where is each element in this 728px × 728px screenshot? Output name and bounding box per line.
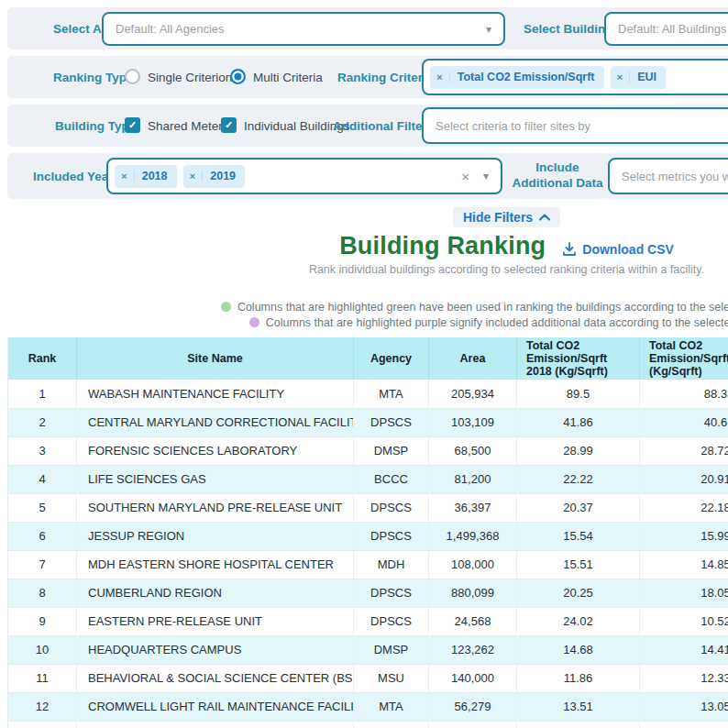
select-agency-placeholder: Default: All Agencies: [116, 22, 225, 36]
table-cell: 68,500: [429, 436, 517, 465]
radio-multi-criteria[interactable]: [230, 69, 246, 84]
table-cell: 28.99: [517, 436, 640, 465]
filter-row-agency-building: Select Agency Default: All Agencies ▾ Se…: [7, 7, 728, 50]
hide-filters-button[interactable]: Hide Filters: [453, 207, 560, 227]
radio-single-criterion[interactable]: [125, 69, 140, 84]
remove-tag-icon[interactable]: ×: [611, 72, 631, 83]
column-header: Area: [429, 337, 517, 380]
table-cell: 5: [8, 493, 77, 522]
table-cell: DPSCS: [354, 493, 429, 522]
table-row: 9EASTERN PRE-RELEASE UNITDPSCS24,56824.0…: [8, 607, 728, 635]
table-cell: 13.05: [640, 692, 728, 721]
include-additional-data-placeholder: Select metrics you would like to s: [622, 170, 728, 183]
table-cell: 103,109: [429, 408, 517, 436]
chevron-down-icon[interactable]: ▾: [483, 170, 489, 182]
table-cell: MTA: [354, 692, 429, 721]
table-cell: CENTRAL MARYLAND CORRECTIONAL FACILITY: [77, 408, 354, 436]
table-cell: 24.02: [517, 607, 640, 635]
criteria-tag-label: Total CO2 Emission/Sqrft: [458, 71, 595, 83]
legend-purple-text: Columns that are highlighted purple sign…: [266, 316, 728, 329]
select-agency-dropdown[interactable]: Default: All Agencies ▾: [102, 12, 505, 46]
ranking-criteria-multiselect[interactable]: ×Total CO2 Emission/Sqrft ×EUI: [422, 59, 728, 95]
include-additional-data-input[interactable]: Select metrics you would like to s: [608, 158, 728, 194]
table-cell: 36,397: [429, 493, 517, 522]
table-row: 5SOUTHERN MARYLAND PRE-RELEASE UNITDPSCS…: [8, 493, 728, 522]
criteria-tag-label: EUI: [637, 71, 656, 83]
table-cell: 11.86: [517, 664, 640, 692]
table-row: 1WABASH MAINTENANCE FACILITYMTA205,93489…: [8, 380, 728, 408]
included-years-multiselect[interactable]: ×2018 ×2019 × ▾: [106, 158, 502, 194]
column-header: Rank: [8, 337, 77, 380]
table-cell: 6: [8, 522, 77, 550]
table-cell: 4: [8, 465, 77, 493]
table-cell: 15.51: [517, 550, 640, 579]
page-subtitle: Rank individual buildings according to s…: [0, 263, 728, 276]
legend-green-text: Columns that are highlighted green have …: [237, 301, 728, 314]
table-row: 4LIFE SCIENCES GASBCCC81,20022.2220.91: [8, 465, 728, 493]
checkbox-shared-meters[interactable]: ✓: [125, 117, 140, 133]
table-cell: 1,499,368: [429, 522, 517, 550]
remove-tag-icon[interactable]: ×: [430, 72, 450, 83]
chevron-down-icon[interactable]: ▾: [486, 23, 491, 36]
additional-filters-input[interactable]: Select criteria to filter sites by: [422, 107, 728, 144]
table-cell: SOUTHERN MARYLAND PRE-RELEASE UNIT: [77, 493, 354, 522]
building-type-label: Building Type: [55, 119, 136, 133]
table-cell: 11: [8, 664, 77, 692]
checkbox-individual-buildings[interactable]: ✓: [221, 117, 237, 133]
column-header: Agency: [354, 337, 429, 380]
table-cell: 14.41: [640, 635, 728, 664]
table-cell: 12.33: [640, 664, 728, 692]
table-cell: FORENSIC SCIENCES LABORATORY: [77, 436, 354, 465]
table-cell: MDH: [354, 550, 429, 579]
hide-filters-label: Hide Filters: [463, 210, 533, 225]
table-cell: 10: [8, 635, 77, 664]
table-row: [8, 721, 728, 728]
column-header: Total CO2 Emission/Sqrft 2018 (Kg/Sqrft): [517, 337, 640, 380]
year-tag-label: 2019: [210, 170, 236, 182]
checkbox-shared-meters-label[interactable]: Shared Meters: [148, 119, 229, 133]
purple-dot-icon: [249, 317, 259, 327]
download-icon: [562, 242, 577, 257]
filter-row-years: Included Years ×2018 ×2019 × ▾ Include A…: [7, 153, 728, 199]
table-row: 6JESSUP REGIONDPSCS1,499,36815.5415.99: [8, 522, 728, 550]
table-cell: 3: [8, 436, 77, 465]
select-building-dropdown[interactable]: Default: All Buildings: [604, 12, 728, 46]
filter-row-ranking: Ranking Type Single Criterion Multi Crit…: [7, 56, 728, 98]
additional-filters-placeholder: Select criteria to filter sites by: [436, 119, 590, 133]
table-cell: 24,568: [429, 607, 517, 635]
remove-tag-icon[interactable]: ×: [115, 171, 135, 182]
legend-green-line: Columns that are highlighted green have …: [0, 299, 728, 314]
table-cell: JESSUP REGION: [77, 522, 354, 550]
table-cell: 20.25: [517, 579, 640, 607]
table-cell: 81,200: [429, 465, 517, 493]
table-cell: HEADQUARTERS CAMPUS: [77, 635, 354, 664]
table-header-row: RankSite NameAgencyAreaTotal CO2 Emissio…: [8, 337, 728, 380]
table-cell: LIFE SCIENCES GAS: [77, 465, 354, 493]
criteria-tag: ×Total CO2 Emission/Sqrft: [430, 66, 604, 89]
year-tag: ×2018: [115, 165, 177, 188]
table-cell: DPSCS: [354, 579, 429, 607]
table-cell: [354, 721, 429, 728]
radio-multi-criteria-label[interactable]: Multi Criteria: [253, 71, 323, 84]
download-csv-button[interactable]: Download CSV: [562, 242, 674, 257]
table-row: 8CUMBERLAND REGIONDPSCS880,09920.2518.05: [8, 579, 728, 607]
clear-selection-icon[interactable]: ×: [461, 169, 469, 184]
table-cell: DPSCS: [354, 408, 429, 436]
table-cell: 12: [8, 692, 77, 721]
download-csv-label: Download CSV: [582, 242, 674, 257]
table-cell: CUMBERLAND REGION: [77, 579, 354, 607]
radio-single-criterion-label[interactable]: Single Criterion: [148, 71, 232, 84]
table-cell: 22.22: [517, 465, 640, 493]
select-building-label: Select Building: [524, 22, 613, 36]
ranking-criteria-label: Ranking Criteria: [337, 71, 433, 84]
table-cell: 205,934: [429, 380, 517, 408]
table-cell: 20.37: [517, 493, 640, 522]
select-building-placeholder: Default: All Buildings: [618, 22, 727, 36]
table-cell: 41.86: [517, 408, 640, 436]
filter-row-building-type: Building Type ✓ Shared Meters ✓ Individu…: [7, 105, 728, 147]
table-cell: 15.54: [517, 522, 640, 550]
table-cell: 56,279: [429, 692, 517, 721]
table-cell: WABASH MAINTENANCE FACILITY: [77, 380, 354, 408]
remove-tag-icon[interactable]: ×: [183, 171, 204, 182]
page: Select Agency Default: All Agencies ▾ Se…: [0, 7, 728, 728]
